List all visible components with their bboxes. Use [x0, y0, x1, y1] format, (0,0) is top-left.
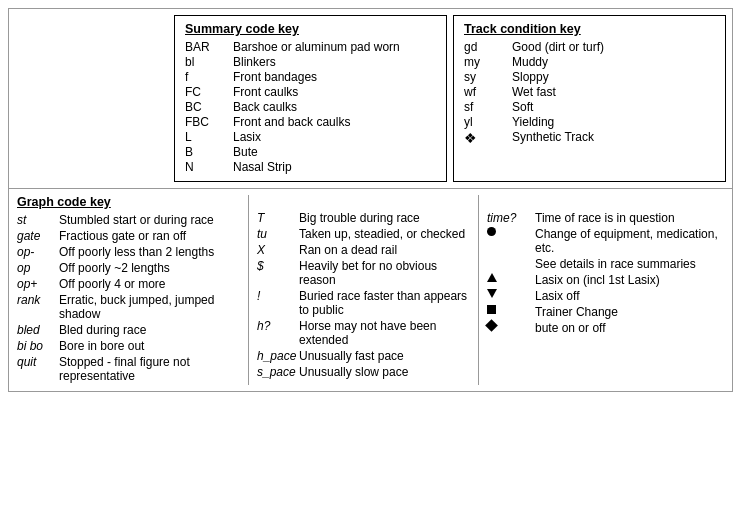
summary-row-bar: BAR Barshoe or aluminum pad worn	[185, 40, 436, 54]
summary-desc-b: Bute	[233, 145, 436, 159]
triangle-down-icon	[487, 289, 535, 298]
middle-row-dollar: $ Heavily bet for no obvious reason	[257, 259, 470, 287]
summary-code-fc: FC	[185, 85, 233, 99]
top-section: Summary code key BAR Barshoe or aluminum…	[9, 9, 732, 189]
middle-row-hq: h? Horse may not have been extended	[257, 319, 470, 347]
graph-desc-op-plus: Off poorly 4 or more	[59, 277, 240, 291]
middle-desc-exclaim: Buried race faster than appears to publi…	[299, 289, 470, 317]
sym-circle-desc: Change of equipment, medication, etc.	[535, 227, 724, 255]
summary-code-f: f	[185, 70, 233, 84]
track-desc-sy: Sloppy	[512, 70, 715, 84]
track-row-sf: sf Soft	[464, 100, 715, 114]
summary-row-b: B Bute	[185, 145, 436, 159]
middle-desc-dollar: Heavily bet for no obvious reason	[299, 259, 470, 287]
middle-desc-hpace: Unusually fast pace	[299, 349, 470, 363]
summary-desc-bc: Back caulks	[233, 100, 436, 114]
sym-time-desc: Time of race is in question	[535, 211, 724, 225]
bottom-section: Graph code key st Stumbled start or duri…	[9, 189, 732, 391]
sym-row-square: Trainer Change	[487, 305, 724, 319]
graph-desc-rank: Erratic, buck jumped, jumped shadow	[59, 293, 240, 321]
middle-desc-hq: Horse may not have been extended	[299, 319, 470, 347]
summary-code-n: N	[185, 160, 233, 174]
top-left-spacer	[9, 9, 174, 188]
graph-row-gate: gate Fractious gate or ran off	[17, 229, 240, 243]
middle-row-X: X Ran on a dead rail	[257, 243, 470, 257]
middle-code-X: X	[257, 243, 299, 257]
summary-desc-n: Nasal Strip	[233, 160, 436, 174]
summary-row-fc: FC Front caulks	[185, 85, 436, 99]
sym-row-details: See details in race summaries	[487, 257, 724, 271]
middle-code-hpace: h_pace	[257, 349, 299, 363]
sym-row-tri-down: Lasix off	[487, 289, 724, 303]
track-row-wf: wf Wet fast	[464, 85, 715, 99]
graph-desc-op: Off poorly ~2 lengths	[59, 261, 240, 275]
summary-code-bc: BC	[185, 100, 233, 114]
middle-col: T Big trouble during race tu Taken up, s…	[249, 195, 479, 385]
graph-desc-st: Stumbled start or during race	[59, 213, 240, 227]
summary-code-fbc: FBC	[185, 115, 233, 129]
sym-row-diamond: bute on or off	[487, 321, 724, 335]
track-desc-yl: Yielding	[512, 115, 715, 129]
graph-desc-bled: Bled during race	[59, 323, 240, 337]
graph-code-bibo: bi bo	[17, 339, 59, 353]
middle-code-exclaim: !	[257, 289, 299, 303]
graph-desc-bibo: Bore in bore out	[59, 339, 240, 353]
track-row-yl: yl Yielding	[464, 115, 715, 129]
summary-row-bc: BC Back caulks	[185, 100, 436, 114]
graph-row-op: op Off poorly ~2 lengths	[17, 261, 240, 275]
middle-row-tu: tu Taken up, steadied, or checked	[257, 227, 470, 241]
track-code-sy: sy	[464, 70, 512, 84]
middle-row-T: T Big trouble during race	[257, 211, 470, 225]
summary-code-bar: BAR	[185, 40, 233, 54]
sym-tri-up-desc: Lasix on (incl 1st Lasix)	[535, 273, 724, 287]
square-icon	[487, 305, 535, 314]
graph-row-bibo: bi bo Bore in bore out	[17, 339, 240, 353]
summary-row-n: N Nasal Strip	[185, 160, 436, 174]
graph-code-op-minus: op-	[17, 245, 59, 259]
track-row-my: my Muddy	[464, 55, 715, 69]
summary-code-b: B	[185, 145, 233, 159]
graph-desc-gate: Fractious gate or ran off	[59, 229, 240, 243]
graph-row-quit: quit Stopped - final figure not represen…	[17, 355, 240, 383]
graph-code-rank: rank	[17, 293, 59, 307]
middle-desc-tu: Taken up, steadied, or checked	[299, 227, 470, 241]
track-code-gd: gd	[464, 40, 512, 54]
graph-title: Graph code key	[17, 195, 240, 209]
graph-code-gate: gate	[17, 229, 59, 243]
summary-code-bl: bl	[185, 55, 233, 69]
triangle-up-icon	[487, 273, 535, 282]
sym-tri-down-desc: Lasix off	[535, 289, 724, 303]
summary-desc-fbc: Front and back caulks	[233, 115, 436, 129]
summary-code-l: L	[185, 130, 233, 144]
symbols-col: time? Time of race is in question Change…	[479, 195, 732, 385]
summary-row-l: L Lasix	[185, 130, 436, 144]
graph-code-st: st	[17, 213, 59, 227]
sym-diamond-desc: bute on or off	[535, 321, 724, 335]
graph-row-rank: rank Erratic, buck jumped, jumped shadow	[17, 293, 240, 321]
diamond-icon	[487, 321, 535, 330]
summary-row-f: f Front bandages	[185, 70, 436, 84]
middle-code-tu: tu	[257, 227, 299, 241]
summary-desc-bl: Blinkers	[233, 55, 436, 69]
track-desc-synthetic: Synthetic Track	[512, 130, 715, 146]
graph-col: Graph code key st Stumbled start or duri…	[9, 195, 249, 385]
graph-code-op-plus: op+	[17, 277, 59, 291]
summary-row-fbc: FBC Front and back caulks	[185, 115, 436, 129]
middle-row-exclaim: ! Buried race faster than appears to pub…	[257, 289, 470, 317]
track-code-my: my	[464, 55, 512, 69]
track-box: Track condition key gd Good (dirt or tur…	[453, 15, 726, 182]
middle-code-T: T	[257, 211, 299, 225]
summary-title: Summary code key	[185, 22, 436, 36]
graph-code-op: op	[17, 261, 59, 275]
track-row-sy: sy Sloppy	[464, 70, 715, 84]
track-code-yl: yl	[464, 115, 512, 129]
graph-row-op-minus: op- Off poorly less than 2 lengths	[17, 245, 240, 259]
sym-row-circle: Change of equipment, medication, etc.	[487, 227, 724, 255]
track-title: Track condition key	[464, 22, 715, 36]
track-desc-wf: Wet fast	[512, 85, 715, 99]
graph-code-bled: bled	[17, 323, 59, 337]
track-desc-gd: Good (dirt or turf)	[512, 40, 715, 54]
track-row-gd: gd Good (dirt or turf)	[464, 40, 715, 54]
track-code-sf: sf	[464, 100, 512, 114]
sym-square-desc: Trainer Change	[535, 305, 724, 319]
